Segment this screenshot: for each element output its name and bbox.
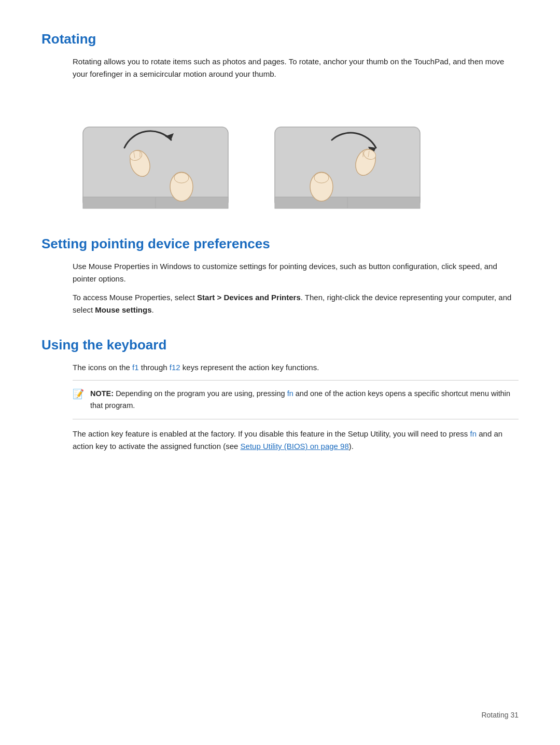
action-suffix: ).	[349, 442, 354, 451]
setting-pointing-para2-suffix: .	[152, 305, 154, 314]
action-key-para: The action key feature is enabled at the…	[73, 428, 519, 453]
setting-pointing-para2-prefix: To access Mouse Properties, select	[73, 293, 197, 302]
setting-pointing-bold1: Start > Devices and Printers	[197, 293, 301, 302]
footer-text: Rotating 31	[481, 711, 519, 719]
rotating-section: Rotating Rotating allows you to rotate i…	[41, 31, 519, 215]
f12-key: f12	[170, 363, 180, 372]
action-fn-key: fn	[470, 429, 477, 438]
using-keyboard-section: Using the keyboard The icons on the f1 t…	[41, 337, 519, 453]
setting-pointing-para2: To access Mouse Properties, select Start…	[73, 291, 519, 316]
keyboard-intro-suffix: keys represent the action key functions.	[180, 363, 319, 372]
using-keyboard-title: Using the keyboard	[41, 337, 519, 353]
f1-key: f1	[132, 363, 139, 372]
note-fn-key: fn	[287, 389, 293, 398]
svg-point-5	[174, 173, 189, 183]
keyboard-intro-prefix: The icons on the	[73, 363, 132, 372]
rotating-illustrations	[73, 96, 519, 215]
setting-pointing-section: Setting pointing device preferences Use …	[41, 236, 519, 316]
action-key-prefix: The action key feature is enabled at the…	[73, 429, 470, 438]
rotating-body: Rotating allows you to rotate items such…	[73, 55, 519, 215]
note-box: 📝 NOTE: Depending on the program you are…	[73, 380, 519, 419]
keyboard-intro: The icons on the f1 through f12 keys rep…	[73, 361, 519, 374]
rotating-description: Rotating allows you to rotate items such…	[73, 55, 519, 80]
note-icon: 📝	[73, 388, 84, 400]
page-footer: Rotating 31	[481, 711, 519, 719]
setting-pointing-title: Setting pointing device preferences	[41, 236, 519, 252]
note-content: NOTE: Depending on the program you are u…	[90, 388, 519, 412]
svg-rect-0	[83, 127, 228, 207]
keyboard-through: through	[139, 363, 170, 372]
touchpad-illustration-right	[264, 96, 430, 215]
setup-utility-link[interactable]: Setup Utility (BIOS) on page 98	[241, 442, 349, 451]
svg-rect-10	[275, 127, 420, 207]
note-prefix: Depending on the program you are using, …	[114, 389, 287, 398]
note-label: NOTE:	[90, 389, 114, 398]
setting-pointing-body: Use Mouse Properties in Windows to custo…	[73, 260, 519, 316]
svg-point-15	[314, 173, 329, 183]
setting-pointing-bold2: Mouse settings	[95, 305, 151, 314]
rotating-title: Rotating	[41, 31, 519, 47]
touchpad-illustration-left	[73, 96, 239, 215]
using-keyboard-body: The icons on the f1 through f12 keys rep…	[73, 361, 519, 453]
setting-pointing-para1: Use Mouse Properties in Windows to custo…	[73, 260, 519, 285]
